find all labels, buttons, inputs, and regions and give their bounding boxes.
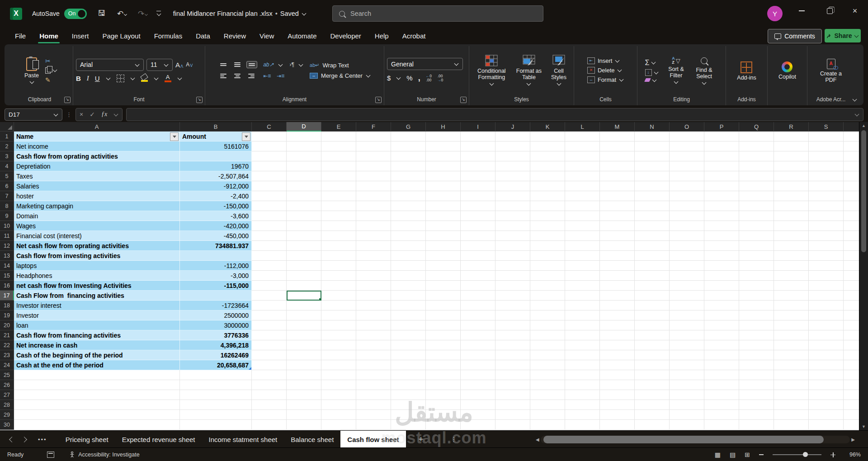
- cell-A9[interactable]: Domain: [14, 211, 180, 221]
- cell-O3[interactable]: [670, 151, 704, 161]
- cell-F23[interactable]: [356, 350, 391, 360]
- redo-icon[interactable]: ↷: [137, 9, 149, 19]
- menu-tab-view[interactable]: View: [253, 27, 281, 44]
- cell-J28[interactable]: [495, 400, 530, 410]
- cell-O26[interactable]: [670, 380, 704, 390]
- row-header-4[interactable]: 4: [0, 161, 14, 171]
- cell-B30[interactable]: [180, 420, 252, 430]
- column-header-L[interactable]: L: [565, 122, 600, 132]
- cell-R6[interactable]: [774, 181, 809, 191]
- cell-N1[interactable]: [635, 132, 670, 141]
- cell-A17[interactable]: Cash Flow from financing activities: [14, 291, 180, 301]
- cell-F8[interactable]: [356, 201, 391, 211]
- cell-R1[interactable]: [774, 132, 809, 141]
- cell-S25[interactable]: [809, 370, 844, 380]
- cell-D25[interactable]: [287, 370, 321, 380]
- cell-G9[interactable]: [391, 211, 426, 221]
- comma-style-button[interactable]: ,: [418, 73, 420, 83]
- cell-O30[interactable]: [670, 420, 704, 430]
- cell-K6[interactable]: [530, 181, 565, 191]
- cell-D19[interactable]: [287, 310, 321, 320]
- cell-B4[interactable]: 19670: [180, 161, 252, 171]
- cell-S26[interactable]: [809, 380, 844, 390]
- cell-G11[interactable]: [391, 231, 426, 241]
- cell-R10[interactable]: [774, 221, 809, 231]
- scroll-left-icon[interactable]: ◀: [534, 437, 541, 442]
- cell-K22[interactable]: [530, 340, 565, 350]
- cell-S11[interactable]: [809, 231, 844, 241]
- cell-partial-1[interactable]: [844, 132, 859, 141]
- cell-O27[interactable]: [670, 390, 704, 400]
- cell-N16[interactable]: [635, 281, 670, 291]
- all-sheets-button[interactable]: •••: [38, 436, 47, 443]
- cell-partial-20[interactable]: [844, 320, 859, 330]
- row-header-11[interactable]: 11: [0, 231, 14, 241]
- normal-view-icon[interactable]: ▦: [715, 451, 721, 458]
- row-header-15[interactable]: 15: [0, 271, 14, 281]
- cell-S16[interactable]: [809, 281, 844, 291]
- cell-F13[interactable]: [356, 251, 391, 261]
- cell-D27[interactable]: [287, 390, 321, 400]
- cell-Q20[interactable]: [739, 320, 774, 330]
- save-icon[interactable]: 🖫: [96, 9, 108, 18]
- cell-G20[interactable]: [391, 320, 426, 330]
- cell-H9[interactable]: [426, 211, 461, 221]
- cell-partial-5[interactable]: [844, 171, 859, 181]
- cell-A20[interactable]: loan: [14, 320, 180, 330]
- cell-E4[interactable]: [321, 161, 356, 171]
- cell-F25[interactable]: [356, 370, 391, 380]
- cell-F2[interactable]: [356, 141, 391, 151]
- column-header-F[interactable]: F: [356, 122, 391, 132]
- cell-Q27[interactable]: [739, 390, 774, 400]
- cell-Q10[interactable]: [739, 221, 774, 231]
- cell-C1[interactable]: [252, 132, 287, 141]
- fill-color-button[interactable]: [141, 75, 148, 82]
- cell-P1[interactable]: [704, 132, 739, 141]
- prev-sheet-icon[interactable]: [9, 437, 15, 442]
- minimize-button[interactable]: [788, 0, 815, 22]
- cell-G2[interactable]: [391, 141, 426, 151]
- cell-J4[interactable]: [495, 161, 530, 171]
- cell-E24[interactable]: [321, 360, 356, 370]
- cell-R8[interactable]: [774, 201, 809, 211]
- fill-button[interactable]: ↓: [645, 69, 659, 76]
- orientation-button[interactable]: ab↗: [263, 61, 274, 68]
- cell-P23[interactable]: [704, 350, 739, 360]
- sort-filter-button[interactable]: AZ▽ Sort & Filter: [662, 56, 690, 85]
- cell-M8[interactable]: [600, 201, 635, 211]
- cell-I13[interactable]: [461, 251, 495, 261]
- row-header-28[interactable]: 28: [0, 400, 14, 410]
- cell-R26[interactable]: [774, 380, 809, 390]
- cell-S2[interactable]: [809, 141, 844, 151]
- cell-K26[interactable]: [530, 380, 565, 390]
- increase-decimal-button[interactable]: ←0.00: [426, 74, 432, 82]
- cell-S7[interactable]: [809, 191, 844, 201]
- cell-partial-8[interactable]: [844, 201, 859, 211]
- menu-tab-formulas[interactable]: Formulas: [147, 27, 189, 44]
- cell-N20[interactable]: [635, 320, 670, 330]
- cell-E25[interactable]: [321, 370, 356, 380]
- cell-A12[interactable]: Net cash flow from oprating activities: [14, 241, 180, 251]
- cell-J30[interactable]: [495, 420, 530, 430]
- cell-A4[interactable]: Depretiation: [14, 161, 180, 171]
- cell-I7[interactable]: [461, 191, 495, 201]
- cell-I28[interactable]: [461, 400, 495, 410]
- cell-S13[interactable]: [809, 251, 844, 261]
- formula-expand-chevron-icon[interactable]: [855, 112, 859, 116]
- cell-K14[interactable]: [530, 261, 565, 271]
- cell-K1[interactable]: [530, 132, 565, 141]
- clipboard-dialog-launcher-icon[interactable]: ↘: [64, 97, 71, 103]
- sheet-options-kebab-icon[interactable]: ⋮: [451, 436, 457, 443]
- cell-D26[interactable]: [287, 380, 321, 390]
- zoom-in-icon[interactable]: [830, 452, 835, 457]
- cell-D9[interactable]: [287, 211, 321, 221]
- cell-B2[interactable]: 5161076: [180, 141, 252, 151]
- cell-F24[interactable]: [356, 360, 391, 370]
- vertical-scrollbar[interactable]: ▲ ▼: [859, 122, 868, 430]
- cell-P8[interactable]: [704, 201, 739, 211]
- cell-B18[interactable]: -1723664: [180, 301, 252, 310]
- sheet-tab-cash-flow-sheet[interactable]: Cash flow sheet: [340, 431, 406, 448]
- cell-partial-25[interactable]: [844, 370, 859, 380]
- font-color-button[interactable]: A: [165, 75, 171, 82]
- cell-N10[interactable]: [635, 221, 670, 231]
